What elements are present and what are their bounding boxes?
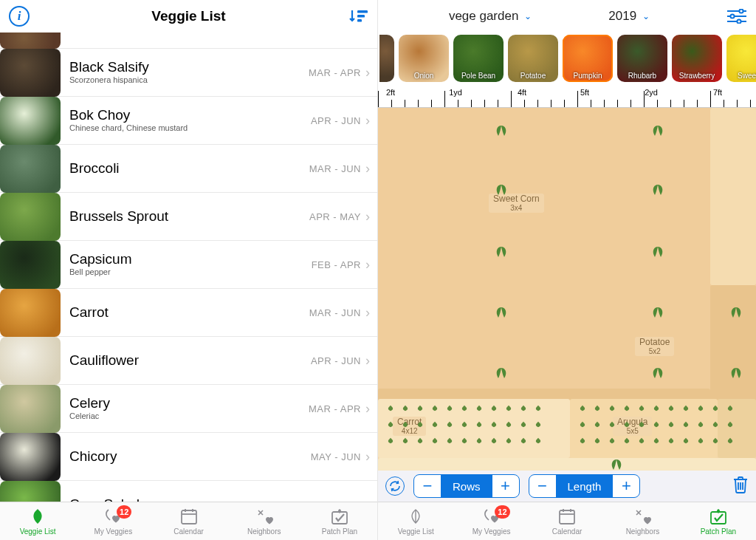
veggie-name: Chicory — [69, 448, 311, 465]
list-item[interactable]: Corn SaladJUL - OCT› — [0, 481, 377, 502]
veggie-subtitle: Bell pepper — [69, 267, 312, 277]
list-item[interactable]: CauliflowerAPR - JUN› — [0, 337, 377, 385]
veggie-name: Black Salsify — [69, 59, 309, 75]
tab-calendar[interactable]: Calendar — [529, 502, 605, 540]
chevron-right-icon: › — [365, 161, 370, 177]
chip-label: Pumpkin — [563, 72, 613, 80]
chevron-right-icon: › — [365, 305, 370, 321]
veggie-thumbnail — [0, 289, 61, 337]
list-item[interactable]: CarrotMAR - JUN› — [0, 289, 377, 337]
svg-point-13 — [737, 19, 740, 23]
tab-my-veggies[interactable]: 12My Veggies — [75, 502, 151, 540]
veggie-thumbnail — [0, 337, 61, 385]
palette-chip[interactable]: Sweet C — [726, 35, 756, 82]
neighbors-icon — [633, 507, 652, 526]
veggie-list[interactable]: Black SalsifyScorzonera hispanicaMAR - A… — [0, 33, 377, 502]
length-plus[interactable]: + — [613, 475, 639, 497]
veggie-thumbnail — [0, 97, 61, 145]
info-button[interactable]: i — [9, 6, 30, 27]
right-header: vege garden ⌄ 2019 ⌄ — [378, 0, 756, 33]
year-dropdown[interactable]: 2019 ⌄ — [608, 9, 650, 24]
svg-rect-2 — [357, 19, 362, 22]
list-item[interactable]: Brussels SproutAPR - MAY› — [0, 193, 377, 241]
svg-rect-14 — [560, 510, 574, 524]
veggie-name: Corn Salad — [69, 496, 312, 502]
plant-icon[interactable] — [728, 366, 744, 381]
plant-icon[interactable] — [493, 183, 509, 198]
list-item[interactable]: Bok ChoyChinese chard, Chinese mustardAP… — [0, 97, 377, 145]
tab-label: Calendar — [552, 527, 583, 536]
plant-icon[interactable] — [493, 366, 509, 381]
heart-leaf-icon: 12 — [103, 507, 123, 526]
refresh-button[interactable] — [385, 476, 405, 496]
palette-chip[interactable]: Pumpkin — [563, 35, 613, 82]
sort-button[interactable] — [349, 8, 368, 24]
garden-canvas[interactable]: Sweet Corn3x4Potatoe5x2Carrot4x12Arugula… — [378, 108, 756, 471]
chevron-right-icon: › — [365, 209, 370, 225]
tab-calendar[interactable]: Calendar — [151, 502, 226, 540]
date-range: MAR - APR — [309, 67, 361, 78]
garden-dropdown[interactable]: vege garden ⌄ — [449, 9, 532, 24]
veggie-thumbnail — [0, 193, 61, 241]
plant-icon[interactable] — [650, 183, 666, 198]
leaf-icon — [406, 507, 425, 526]
tab-veggie-list[interactable]: Veggie List — [0, 502, 75, 540]
plant-icon[interactable] — [650, 124, 666, 139]
tab-label: Calendar — [173, 527, 204, 536]
trash-button[interactable] — [732, 476, 749, 496]
length-minus[interactable]: − — [529, 475, 556, 497]
plant-icon[interactable] — [728, 306, 744, 321]
date-range: MAR - JUN — [309, 163, 361, 174]
chip-label: Rhubarb — [617, 72, 667, 80]
date-range: APR - MAY — [309, 211, 361, 222]
chip-label: Onion — [399, 72, 449, 80]
chip-label: Potatoe — [508, 72, 558, 80]
list-item[interactable]: BroccoliMAR - JUN› — [0, 145, 377, 193]
tab-bar: Veggie List12My VeggiesCalendarNeighbors… — [378, 502, 756, 540]
tab-label: My Veggies — [94, 527, 132, 536]
plant-icon[interactable] — [650, 306, 666, 321]
list-item[interactable] — [0, 33, 377, 49]
palette-chip[interactable]: Onion — [399, 35, 449, 82]
list-item[interactable]: CeleryCeleriacMAR - APR› — [0, 385, 377, 433]
calendar-icon — [179, 507, 199, 526]
settings-button[interactable] — [726, 9, 747, 24]
date-range: APR - JUN — [311, 115, 361, 126]
tab-veggie-list[interactable]: Veggie List — [378, 502, 453, 540]
plant-icon[interactable] — [493, 306, 509, 321]
tab-patch-plan[interactable]: Patch Plan — [302, 502, 377, 540]
plant-icon[interactable] — [650, 366, 666, 381]
tab-neighbors[interactable]: Neighbors — [605, 502, 680, 540]
veggie-name: Brussels Sprout — [69, 208, 309, 225]
palette-chip[interactable]: Pole Bean — [453, 35, 504, 82]
tab-neighbors[interactable]: Neighbors — [227, 502, 302, 540]
leaf-icon — [28, 507, 47, 526]
plant-palette[interactable]: OnionPole BeanPotatoePumpkinRhubarbStraw… — [378, 33, 756, 84]
palette-chip[interactable]: Rhubarb — [617, 35, 667, 82]
tab-label: Neighbors — [247, 527, 281, 536]
list-item[interactable]: Black SalsifyScorzonera hispanicaMAR - A… — [0, 49, 377, 97]
plant-icon[interactable] — [608, 458, 625, 471]
badge: 12 — [495, 505, 509, 519]
plant-icon[interactable] — [493, 124, 509, 139]
plant-icon[interactable] — [493, 245, 509, 260]
chevron-down-icon: ⌄ — [642, 11, 650, 21]
rows-plus[interactable]: + — [492, 475, 519, 497]
veggie-thumbnail — [0, 481, 61, 502]
plant-label[interactable]: Arugula5x5 — [613, 417, 652, 436]
tab-my-veggies[interactable]: 12My Veggies — [453, 502, 529, 540]
tab-patch-plan[interactable]: Patch Plan — [681, 502, 756, 540]
veggie-name: Broccoli — [69, 160, 309, 177]
date-range: FEB - APR — [312, 259, 361, 270]
list-item[interactable]: ChicoryMAY - JUN› — [0, 433, 377, 481]
palette-chip[interactable]: Potatoe — [508, 35, 558, 82]
list-item[interactable]: CapsicumBell pepperFEB - APR› — [0, 241, 377, 289]
palette-chip[interactable]: Strawberry — [672, 35, 722, 82]
svg-rect-7 — [332, 512, 347, 524]
neighbors-icon — [255, 507, 274, 526]
chip-label: Strawberry — [672, 72, 722, 80]
rows-minus[interactable]: − — [414, 475, 441, 497]
length-label: Length — [556, 475, 614, 497]
plant-icon[interactable] — [650, 245, 666, 260]
plant-label[interactable]: Potatoe5x2 — [635, 337, 674, 356]
